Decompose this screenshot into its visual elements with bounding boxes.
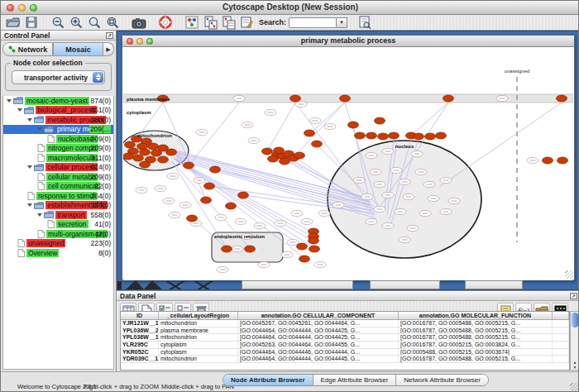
- network-node-selected[interactable]: [158, 156, 169, 163]
- node-color-dropdown[interactable]: transporter activity: [12, 70, 105, 84]
- tree-row-multi-organism-pro[interactable]: multi-organism pro42(0): [3, 229, 113, 239]
- table-cell[interactable]: YDR039C__1: [121, 356, 159, 362]
- network-node-unselected[interactable]: [254, 222, 266, 228]
- table-cell[interactable]: YPL036W__2: [121, 327, 159, 334]
- expand-triangle-icon[interactable]: [37, 127, 42, 131]
- network-node-selected[interactable]: [201, 197, 212, 203]
- table-cell[interactable]: mitochondrion: [159, 334, 238, 341]
- import-table-icon[interactable]: [219, 15, 237, 30]
- network-node-unselected[interactable]: [314, 261, 326, 267]
- network-node-selected[interactable]: [245, 246, 256, 252]
- table-row[interactable]: YLR295Ccytoplasm[GO:0045263, GO:0044464,…: [121, 342, 569, 349]
- table-row[interactable]: YPL036W__1mitochondrion[GO:0044464, GO:0…: [121, 334, 569, 342]
- column-header[interactable]: [553, 312, 569, 319]
- column-header[interactable]: annotation.GO MOLECULAR_FUNCTION: [399, 312, 553, 319]
- column-header[interactable]: ID: [121, 312, 159, 319]
- table-cell[interactable]: mitochondrion: [159, 356, 238, 362]
- table-cell[interactable]: [GO:0016787, GO:0005488, GO:0005215, G..…: [399, 334, 553, 341]
- network-node-selected[interactable]: [309, 246, 320, 252]
- network-node-selected[interactable]: [238, 192, 249, 198]
- network-node-unselected[interactable]: [163, 198, 175, 203]
- network-node-selected[interactable]: [425, 133, 436, 140]
- network-node-unselected[interactable]: [390, 167, 402, 173]
- network-node-selected[interactable]: [210, 166, 221, 173]
- network-node-unselected[interactable]: [527, 157, 538, 163]
- network-canvas[interactable]: plasma membranecytoplasmmitochondrionnuc…: [123, 48, 573, 280]
- network-node-selected[interactable]: [436, 132, 447, 139]
- scrollbar-arrows-icon[interactable]: ▲▼: [571, 360, 579, 370]
- tree-row-unassigned[interactable]: unassigned223(0): [3, 239, 113, 249]
- table-cell[interactable]: [553, 349, 569, 356]
- network-node-unselected[interactable]: [179, 202, 191, 208]
- table-cell[interactable]: [GO:0044464, GO:0044444, GO:0044425, G..…: [238, 327, 399, 334]
- expand-triangle-icon[interactable]: [27, 118, 32, 122]
- network-node-unselected[interactable]: [395, 208, 406, 214]
- network-node-unselected[interactable]: [440, 208, 452, 214]
- network-node-selected[interactable]: [123, 153, 134, 160]
- table-cell[interactable]: [GO:0044464, GO:0044446, GO:0044444, G..…: [238, 349, 399, 356]
- network-view-window[interactable]: primary metabolic process plasma membran…: [122, 35, 575, 280]
- expand-triangle-icon[interactable]: [27, 203, 32, 207]
- view-resize-grip[interactable]: [565, 270, 573, 279]
- tree-row-macromolecule[interactable]: macromolecule311(0): [3, 153, 113, 163]
- tree-row-transport[interactable]: transport558(0): [3, 210, 113, 220]
- tree-row-cell-communicat[interactable]: cell communicat22(0): [3, 182, 113, 192]
- table-cell[interactable]: [553, 320, 569, 327]
- network-node-unselected[interactable]: [382, 192, 394, 198]
- column-header[interactable]: annotation.GO CELLULAR_COMPONENT: [238, 312, 399, 319]
- network-node-selected[interactable]: [204, 183, 215, 189]
- advanced-search-icon[interactable]: [356, 15, 374, 30]
- network-node-unselected[interactable]: [287, 239, 299, 245]
- search-dropdown-icon[interactable]: ▼: [337, 17, 347, 28]
- tree-row-nucleobase-[interactable]: nucleobase-209(0): [3, 134, 113, 144]
- table-cell[interactable]: [GO:0044464, GO:0044444, GO:0044425, G..…: [238, 334, 399, 341]
- network-node-selected[interactable]: [366, 132, 377, 139]
- network-node-unselected[interactable]: [353, 177, 365, 183]
- table-cell[interactable]: YPL036W__1: [121, 334, 159, 341]
- open-session-icon[interactable]: [4, 15, 22, 30]
- table-scrollbar[interactable]: ▲▼: [570, 311, 579, 370]
- network-node-unselected[interactable]: [403, 194, 414, 199]
- network-node-unselected[interactable]: [275, 220, 286, 226]
- network-node-selected[interactable]: [312, 141, 323, 147]
- network-node-unselected[interactable]: [361, 194, 373, 199]
- network-node-unselected[interactable]: [136, 187, 147, 193]
- import-network-icon[interactable]: [201, 15, 219, 30]
- network-node-unselected[interactable]: [318, 210, 330, 216]
- network-node-unselected[interactable]: [194, 177, 205, 183]
- tree-row-nitrogen-compo[interactable]: nitrogen compo209(0): [3, 144, 113, 154]
- annotation-icon[interactable]: [237, 15, 256, 30]
- network-node-unselected[interactable]: [399, 179, 410, 184]
- network-node-selected[interactable]: [290, 95, 301, 102]
- network-node-selected[interactable]: [151, 150, 162, 156]
- help-icon[interactable]: [156, 15, 175, 30]
- tree-row-cellular-metabo[interactable]: cellular metabo209(0): [3, 172, 113, 182]
- expand-triangle-icon[interactable]: [17, 108, 22, 112]
- network-node-unselected[interactable]: [382, 222, 394, 228]
- tree-row-metabolic-process[interactable]: metabolic process280(0): [3, 115, 113, 125]
- network-node-selected[interactable]: [148, 143, 159, 150]
- network-node-selected[interactable]: [262, 148, 273, 155]
- table-cell[interactable]: [GO:0045267, GO:0045261, GO:0044464, G..…: [238, 320, 399, 327]
- vizmapper-icon[interactable]: [183, 15, 201, 30]
- expand-triangle-icon[interactable]: [7, 99, 12, 103]
- network-node-selected[interactable]: [166, 149, 177, 155]
- network-node-unselected[interactable]: [215, 214, 227, 220]
- network-edge[interactable]: [439, 103, 562, 187]
- tree-row-overview[interactable]: Overview8(0): [3, 248, 113, 258]
- network-node-unselected[interactable]: [295, 101, 307, 107]
- network-node-selected[interactable]: [274, 147, 285, 154]
- table-cell[interactable]: YKR052C: [121, 349, 159, 356]
- table-row[interactable]: YKR052Ccytoplasm[GO:0044464, GO:0044446,…: [121, 349, 569, 356]
- network-node-selected[interactable]: [184, 162, 194, 169]
- table-cell[interactable]: [GO:0016787, GO:0005488, GO:0005215, G..…: [399, 327, 553, 334]
- network-node-unselected[interactable]: [248, 137, 260, 143]
- background-window-sliver[interactable]: [242, 280, 353, 289]
- network-node-unselected[interactable]: [169, 212, 180, 218]
- tree-row-secretion[interactable]: secretion41(0): [3, 220, 113, 230]
- network-node-selected[interactable]: [309, 237, 319, 244]
- float-panel-icon[interactable]: ↗: [570, 293, 577, 299]
- network-node-unselected[interactable]: [440, 177, 452, 183]
- save-session-icon[interactable]: [22, 15, 41, 30]
- table-cell[interactable]: [553, 334, 569, 341]
